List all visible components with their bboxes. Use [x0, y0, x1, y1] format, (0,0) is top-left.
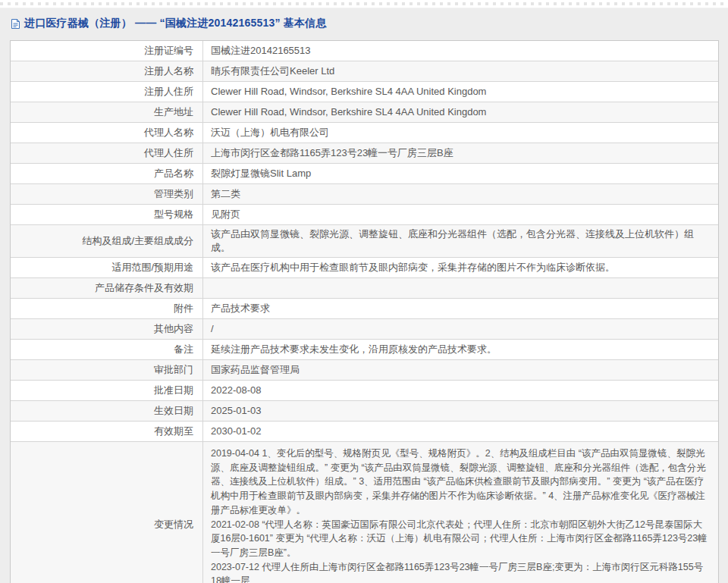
- table-row: 有效期至 2030-01-02: [11, 422, 718, 442]
- row-value: 该产品由双筒显微镜、裂隙光源、调整旋钮、底座和分光器组件（选配，包含分光器、连接…: [203, 225, 718, 257]
- row-value: 产品技术要求: [203, 299, 718, 318]
- row-value: 第二类: [203, 184, 718, 204]
- row-label: 备注: [11, 340, 203, 359]
- row-value: 2022-08-08: [203, 381, 718, 400]
- table-row: 结构及组成/主要组成成分 该产品由双筒显微镜、裂隙光源、调整旋钮、底座和分光器组…: [11, 225, 718, 258]
- row-value: 国械注进20142165513: [203, 41, 718, 61]
- row-label: 产品名称: [11, 164, 203, 183]
- table-row: 附件 产品技术要求: [11, 299, 718, 319]
- row-label: 代理人住所: [11, 143, 203, 163]
- row-label: 其他内容: [11, 319, 203, 339]
- table-row: 审批部门 国家药品监督管理局: [11, 360, 718, 381]
- table-row: 备注 延续注册产品技术要求未发生变化，沿用原核发的产品技术要求。: [11, 340, 718, 360]
- row-label: 型号规格: [11, 205, 203, 224]
- table-row: 生效日期 2025-01-03: [11, 401, 718, 422]
- row-label: 审批部门: [11, 360, 203, 380]
- table-row-change-history: 变更情况 2019-04-04 1、变化后的型号、规格附页见《型号、规格附页》。…: [11, 442, 718, 583]
- table-row: 生产地址 Clewer Hill Road, Windsor, Berkshir…: [11, 102, 718, 123]
- change-history-paragraph: 2019-04-04 1、变化后的型号、规格附页见《型号、规格附页》。2、结构及…: [211, 447, 711, 518]
- table-row: 代理人住所 上海市闵行区金都路1165弄123号23幢一号厂房三层B座: [11, 143, 718, 164]
- row-label: 注册人名称: [11, 61, 203, 81]
- row-value: Clewer Hill Road, Windsor, Berkshire SL4…: [203, 82, 718, 102]
- page-title-text: 进口医疗器械（注册） —— “国械注进20142165513” 基本信息: [24, 17, 327, 30]
- table-row: 管理类别 第二类: [11, 184, 718, 205]
- row-label: 产品储存条件及有效期: [11, 278, 203, 298]
- row-label: 代理人名称: [11, 123, 203, 143]
- table-row: 适用范围/预期用途 该产品在医疗机构中用于检查眼前节及眼内部病变，采集并存储的图…: [11, 258, 718, 278]
- change-history-paragraph: 2023-07-12 代理人住所由上海市闵行区金都路1165弄123号23幢一号…: [211, 560, 711, 583]
- change-history-paragraph: 2021-02-08 “代理人名称：英国豪迈国际有限公司北京代表处；代理人住所：…: [211, 518, 711, 560]
- table-row: 代理人名称 沃迈（上海）机电有限公司: [11, 123, 718, 143]
- row-value: /: [203, 319, 718, 339]
- table-row: 注册证编号 国械注进20142165513: [11, 41, 718, 61]
- row-label: 变更情况: [11, 442, 203, 583]
- row-value: 2025-01-03: [203, 401, 718, 421]
- table-row: 产品储存条件及有效期: [11, 278, 718, 299]
- row-value: 上海市闵行区金都路1165弄123号23幢一号厂房三层B座: [203, 143, 718, 163]
- registration-info-table: 注册证编号 国械注进20142165513 注册人名称 睛乐有限责任公司Keel…: [10, 40, 719, 583]
- document-icon: [11, 18, 20, 30]
- row-label: 适用范围/预期用途: [11, 258, 203, 277]
- table-row: 注册人名称 睛乐有限责任公司Keeler Ltd: [11, 61, 718, 82]
- row-value: 延续注册产品技术要求未发生变化，沿用原核发的产品技术要求。: [203, 340, 718, 359]
- row-value: 该产品在医疗机构中用于检查眼前节及眼内部病变，采集并存储的图片不作为临床诊断依据…: [203, 258, 718, 277]
- row-label: 结构及组成/主要组成成分: [11, 225, 203, 257]
- row-label: 有效期至: [11, 422, 203, 441]
- table-row: 注册人住所 Clewer Hill Road, Windsor, Berkshi…: [11, 82, 718, 102]
- change-history-text: 2019-04-04 1、变化后的型号、规格附页见《型号、规格附页》。2、结构及…: [203, 442, 718, 583]
- table-rows: 注册证编号 国械注进20142165513 注册人名称 睛乐有限责任公司Keel…: [11, 41, 718, 442]
- table-row: 产品名称 裂隙灯显微镜Slit Lamp: [11, 164, 718, 184]
- row-value: 沃迈（上海）机电有限公司: [203, 123, 718, 143]
- row-label: 附件: [11, 299, 203, 318]
- row-value: 2030-01-02: [203, 422, 718, 441]
- row-label: 注册证编号: [11, 41, 203, 61]
- row-value: 睛乐有限责任公司Keeler Ltd: [203, 61, 718, 81]
- row-value: [203, 278, 718, 298]
- row-value: 裂隙灯显微镜Slit Lamp: [203, 164, 718, 183]
- table-row: 其他内容 /: [11, 319, 718, 340]
- row-label: 生效日期: [11, 401, 203, 421]
- row-label: 批准日期: [11, 381, 203, 400]
- row-label: 生产地址: [11, 102, 203, 122]
- row-value: 国家药品监督管理局: [203, 360, 718, 380]
- table-row: 型号规格 见附页: [11, 205, 718, 225]
- page-top-band: [0, 0, 728, 8]
- row-label: 管理类别: [11, 184, 203, 204]
- page-title: 进口医疗器械（注册） —— “国械注进20142165513” 基本信息: [11, 17, 728, 30]
- row-value: 见附页: [203, 205, 718, 224]
- row-value: Clewer Hill Road, Windsor, Berkshire SL4…: [203, 102, 718, 122]
- table-row: 批准日期 2022-08-08: [11, 381, 718, 401]
- row-label: 注册人住所: [11, 82, 203, 102]
